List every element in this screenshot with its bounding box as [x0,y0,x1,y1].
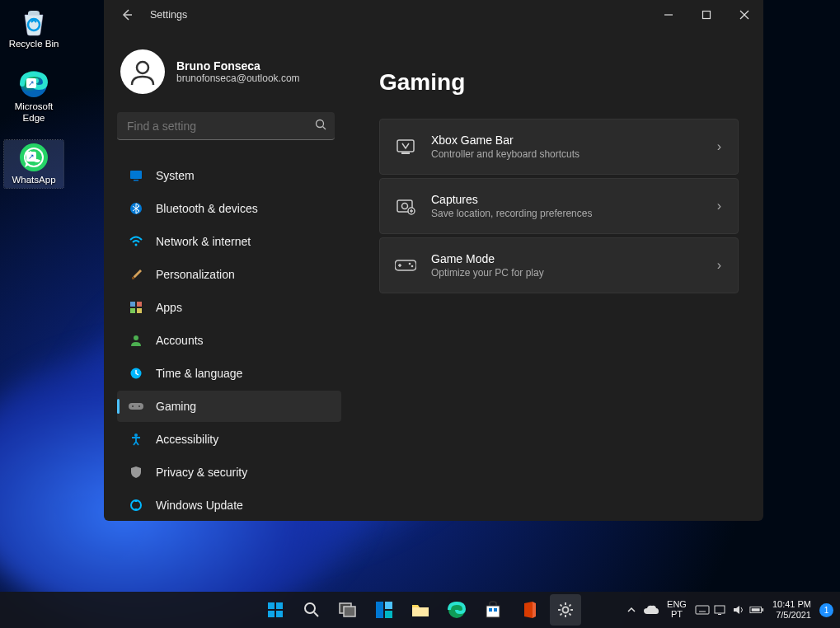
svg-point-34 [411,265,414,268]
nav-item-personalization[interactable]: Personalization [117,259,341,290]
office-button[interactable] [514,594,545,626]
search-input[interactable] [117,112,335,140]
shield-icon [129,465,143,480]
svg-point-31 [402,204,408,209]
svg-rect-44 [385,602,392,609]
close-button[interactable] [725,0,763,30]
clock-date: 7/5/2021 [776,610,811,621]
battery-tray-icon[interactable] [749,602,764,617]
window-controls [650,0,763,30]
card-game-mode[interactable]: Game Mode Optimize your PC for play › [379,237,739,293]
svg-rect-46 [412,607,429,616]
nav-item-apps[interactable]: Apps [117,292,341,323]
gaming-icon [129,399,143,414]
nav-label: Accounts [156,334,204,347]
search-icon[interactable] [315,119,326,130]
svg-rect-43 [376,602,383,618]
search-box [117,112,341,140]
svg-rect-18 [137,302,142,307]
nav-label: Network & internet [156,235,251,248]
svg-rect-49 [489,608,492,612]
notifications-button[interactable]: 1 [819,603,833,617]
clock-icon [129,366,143,381]
nav-item-gaming[interactable]: Gaming [117,391,341,422]
svg-rect-48 [486,606,500,617]
card-subtitle: Save location, recording preferences [431,208,717,219]
settings-taskbar-button[interactable] [550,594,581,626]
svg-rect-17 [130,302,135,307]
nav-item-system[interactable]: System [117,160,341,191]
card-captures[interactable]: Captures Save location, recording prefer… [379,178,739,234]
nav-item-privacy[interactable]: Privacy & security [117,457,341,488]
update-icon [129,498,143,513]
nav-label: System [156,169,195,182]
svg-rect-37 [268,611,275,617]
nav: System Bluetooth & devices Network & int… [117,160,341,521]
minimize-button[interactable] [650,0,687,30]
notification-count: 1 [824,606,829,615]
network-tray-icon[interactable] [713,602,728,617]
nav-item-time-language[interactable]: Time & language [117,358,341,389]
svg-point-25 [138,405,140,407]
keyboard-icon[interactable] [695,602,710,617]
nav-item-network[interactable]: Network & internet [117,226,341,257]
svg-rect-16 [132,277,134,279]
start-button[interactable] [260,594,291,626]
card-subtitle: Optimize your PC for play [431,267,717,279]
task-view-button[interactable] [332,594,364,626]
language-indicator[interactable]: ENG PT [664,600,690,619]
account-name: Bruno Fonseca [176,59,300,73]
svg-rect-60 [752,608,760,612]
recycle-bin-icon [18,6,49,37]
svg-point-24 [132,405,134,407]
back-button[interactable] [119,7,135,23]
desktop-icon-whatsapp[interactable]: ↗ WhatsApp [4,140,63,188]
edge-taskbar-button[interactable] [441,594,472,626]
card-subtitle: Controller and keyboard shortcuts [431,148,717,160]
brush-icon [129,267,143,282]
svg-rect-23 [129,403,143,410]
desktop-icons: Recycle Bin ↗ Microsoft Edge ↗ WhatsApp [4,4,63,188]
desktop-icon-edge[interactable]: ↗ Microsoft Edge [4,67,63,126]
xbox-game-bar-icon [395,136,416,157]
shortcut-overlay-icon: ↗ [26,152,36,162]
svg-rect-13 [134,180,138,181]
page-title: Gaming [379,69,739,96]
taskbar-search-button[interactable] [296,594,327,626]
avatar [120,49,165,94]
onedrive-icon[interactable] [644,602,659,617]
taskbar-clock[interactable]: 10:41 PM 7/5/2021 [769,599,814,620]
nav-item-accessibility[interactable]: Accessibility [117,424,341,455]
svg-rect-6 [703,12,711,19]
widgets-button[interactable] [368,594,400,626]
nav-label: Personalization [156,268,235,281]
sidebar: Bruno Fonseca brunofonseca@outlook.com S… [104,30,350,521]
nav-item-windows-update[interactable]: Windows Update [117,490,341,521]
nav-item-accounts[interactable]: Accounts [117,325,341,356]
system-icon [129,168,143,183]
nav-item-bluetooth[interactable]: Bluetooth & devices [117,193,341,224]
card-title: Game Mode [431,252,717,265]
volume-tray-icon[interactable] [731,602,746,617]
svg-rect-20 [137,308,142,313]
settings-window: Settings Bruno Fonseca brunofonseca@outl… [104,0,763,521]
svg-rect-38 [276,611,283,617]
svg-point-21 [134,335,138,340]
tray-chevron-up-icon[interactable] [624,602,639,617]
nav-label: Time & language [156,367,242,380]
game-mode-icon [395,255,416,276]
maximize-button[interactable] [687,0,725,30]
account-block[interactable]: Bruno Fonseca brunofonseca@outlook.com [120,49,341,94]
accessibility-icon [129,432,143,447]
store-button[interactable] [477,594,509,626]
clock-time: 10:41 PM [772,599,811,610]
titlebar[interactable]: Settings [104,0,763,30]
svg-point-26 [134,434,138,437]
nav-label: Privacy & security [156,466,247,479]
svg-rect-19 [130,308,135,313]
taskbar-center [260,594,581,626]
file-explorer-button[interactable] [405,594,436,626]
desktop-icon-label: Microsoft Edge [4,101,63,124]
desktop-icon-recycle-bin[interactable]: Recycle Bin [4,4,63,52]
card-xbox-game-bar[interactable]: Xbox Game Bar Controller and keyboard sh… [379,119,739,175]
